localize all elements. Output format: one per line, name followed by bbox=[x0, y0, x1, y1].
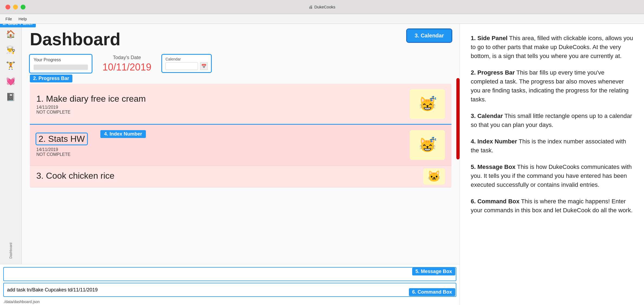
task-item: 3. Cook chicken rice 🐱 bbox=[30, 166, 451, 187]
index-number-annotation: 4. Index Number bbox=[100, 130, 146, 138]
exercise-icon[interactable]: 🏋 bbox=[4, 59, 18, 72]
task-status: NOT COMPLETE bbox=[36, 110, 410, 115]
task-name: Cook chicken rice bbox=[46, 171, 115, 181]
date-section: Today's Date 10/11/2019 bbox=[102, 55, 151, 73]
task-number: 3. bbox=[36, 171, 46, 181]
progress-label: Your Progress bbox=[34, 57, 88, 62]
chef-icon[interactable]: 👨‍🍳 bbox=[4, 43, 18, 56]
calendar-button[interactable]: 3. Calendar bbox=[407, 29, 451, 42]
progress-bar bbox=[34, 65, 88, 70]
diary-icon[interactable]: 📓 bbox=[4, 90, 18, 104]
doc-section-5: 5. Message Box This is how DukeCooks com… bbox=[471, 162, 633, 189]
current-location-label: Dashboard bbox=[9, 240, 13, 261]
message-box-container: 5. Message Box bbox=[0, 264, 460, 283]
task-emoji: 😸 💤 bbox=[410, 130, 445, 160]
task-name: Stats HW bbox=[48, 134, 85, 144]
doc-section-6: 6. Command Box This is where the magic h… bbox=[471, 197, 633, 215]
dashboard-content: Dashboard 3. Calendar Your Progress bbox=[22, 24, 460, 264]
progress-section: Your Progress bbox=[30, 55, 92, 73]
maximize-button[interactable] bbox=[21, 5, 25, 9]
task-number: 1. bbox=[36, 94, 46, 104]
menu-file[interactable]: File bbox=[5, 17, 12, 21]
task-date: 14/11/2019 bbox=[36, 147, 410, 152]
command-box-label: 6. Command Box bbox=[409, 288, 455, 296]
app-title: 🖨 DukeCooks bbox=[309, 5, 335, 9]
message-box-input[interactable] bbox=[3, 267, 456, 281]
doc-section-1: 1. Side Panel This area, filled with cli… bbox=[471, 34, 633, 60]
task-info: 3. Cook chicken rice bbox=[36, 171, 423, 182]
calendar-input-section: Calendar 📅 bbox=[162, 55, 211, 72]
doc-bold-2: 2. Progress Bar bbox=[471, 69, 515, 76]
dashboard-header: Dashboard 3. Calendar bbox=[30, 29, 451, 49]
task-emoji: 😸 💤 bbox=[410, 89, 445, 119]
task-title: 2. Stats HW bbox=[36, 133, 87, 145]
menubar: File Help bbox=[0, 14, 644, 24]
date-value: 10/11/2019 bbox=[102, 62, 151, 73]
side-panel: 1. Side Panel 🏠 👨‍🍳 🏋 💓 📓 Dashboard bbox=[0, 24, 22, 264]
doc-section-3: 3. Calendar This small little rectangle … bbox=[471, 111, 633, 129]
doc-section-2: 2. Progress Bar This bar fills up every … bbox=[471, 68, 633, 104]
calendar-input-label: Calendar bbox=[165, 57, 208, 61]
calendar-picker-icon[interactable]: 📅 bbox=[200, 62, 208, 70]
bottom-area: 5. Message Box 6. Command Box ./data/das… bbox=[0, 264, 460, 305]
titlebar: 🖨 DukeCooks bbox=[0, 0, 644, 14]
doc-bold-6: 6. Command Box bbox=[471, 198, 520, 205]
task-title: 1. Make diary free ice cream bbox=[36, 94, 410, 104]
calendar-date-field[interactable] bbox=[165, 62, 198, 70]
minimize-button[interactable] bbox=[13, 5, 18, 9]
doc-panel: 1. Side Panel This area, filled with cli… bbox=[460, 24, 644, 305]
printer-icon: 🖨 bbox=[309, 5, 313, 9]
header-right: 3. Calendar bbox=[407, 29, 451, 42]
dashboard-title: Dashboard bbox=[30, 29, 120, 49]
task-date: 14/11/2019 bbox=[36, 105, 410, 110]
command-box-input[interactable] bbox=[3, 283, 456, 297]
task-item: 4. Index Number 2. Stats HW 14/11/2019 N… bbox=[30, 125, 451, 166]
task-list: 1. Make diary free ice cream 14/11/2019 … bbox=[30, 84, 451, 187]
doc-bold-4: 4. Index Number bbox=[471, 138, 517, 145]
scrollbar[interactable] bbox=[456, 78, 460, 159]
task-title: 3. Cook chicken rice bbox=[36, 171, 423, 181]
doc-bold-1: 1. Side Panel bbox=[471, 35, 508, 41]
progress-bar-annotation: 2. Progress Bar bbox=[30, 75, 72, 82]
doc-bold-3: 3. Calendar bbox=[471, 113, 503, 119]
task-emoji: 🐱 bbox=[423, 168, 445, 185]
task-info: 2. Stats HW 14/11/2019 NOT COMPLETE bbox=[36, 133, 410, 157]
task-item: 1. Make diary free ice cream 14/11/2019 … bbox=[30, 84, 451, 125]
side-panel-label: 1. Side Panel bbox=[0, 24, 36, 27]
command-box-container: 6. Command Box bbox=[0, 283, 460, 298]
progress-bar-fill bbox=[34, 65, 36, 70]
task-name: Make diary free ice cream bbox=[46, 94, 146, 104]
calendar-input-row: 📅 bbox=[165, 62, 208, 70]
doc-bold-5: 5. Message Box bbox=[471, 163, 515, 170]
menu-help[interactable]: Help bbox=[18, 17, 27, 21]
window-controls bbox=[5, 5, 25, 9]
task-number: 2. bbox=[39, 134, 48, 144]
task-info: 1. Make diary free ice cream 14/11/2019 … bbox=[36, 94, 410, 115]
doc-section-4: 4. Index Number This is the index number… bbox=[471, 137, 633, 155]
date-label: Today's Date bbox=[102, 55, 151, 60]
task-status: NOT COMPLETE bbox=[36, 152, 410, 157]
message-box-label: 5. Message Box bbox=[412, 268, 455, 275]
filepath-label: ./data/dashboard.json bbox=[0, 298, 460, 305]
health-icon[interactable]: 💓 bbox=[4, 74, 18, 88]
close-button[interactable] bbox=[5, 5, 10, 9]
home-icon[interactable]: 🏠 bbox=[4, 27, 18, 41]
